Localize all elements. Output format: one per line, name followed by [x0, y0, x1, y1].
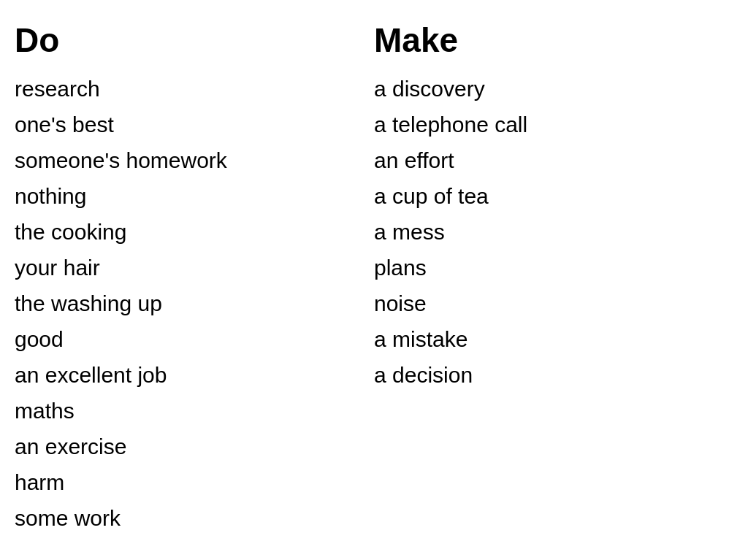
- list-item: one's best: [15, 108, 374, 141]
- list-item: good: [15, 323, 374, 356]
- list-item: research: [15, 72, 374, 105]
- list-item: nothing: [15, 180, 374, 212]
- list-item: an excellent job: [15, 358, 374, 391]
- do-list: research one's best someone's homework n…: [15, 72, 374, 534]
- list-item: plans: [374, 251, 733, 284]
- list-item: a decision: [374, 358, 733, 391]
- list-item: a mess: [374, 215, 733, 248]
- list-item: a telephone call: [374, 108, 733, 141]
- do-column: Do research one's best someone's homewor…: [15, 22, 374, 545]
- list-item: your hair: [15, 251, 374, 284]
- list-item: a cup of tea: [374, 180, 733, 212]
- make-column: Make a discovery a telephone call an eff…: [374, 22, 733, 545]
- list-item: an effort: [374, 144, 733, 177]
- list-item: maths: [15, 394, 374, 427]
- list-item: someone's homework: [15, 144, 374, 177]
- list-item: noise: [374, 287, 733, 320]
- make-list: a discovery a telephone call an effort a…: [374, 72, 733, 391]
- list-item: a mistake: [374, 323, 733, 356]
- list-item: harm: [15, 466, 374, 499]
- list-item: the cooking: [15, 215, 374, 248]
- list-item: a discovery: [374, 72, 733, 105]
- list-item: some work: [15, 502, 374, 534]
- make-heading: Make: [374, 22, 733, 59]
- do-heading: Do: [15, 22, 374, 59]
- list-item: the washing up: [15, 287, 374, 320]
- list-item: an exercise: [15, 430, 374, 463]
- main-container: Do research one's best someone's homewor…: [0, 0, 748, 560]
